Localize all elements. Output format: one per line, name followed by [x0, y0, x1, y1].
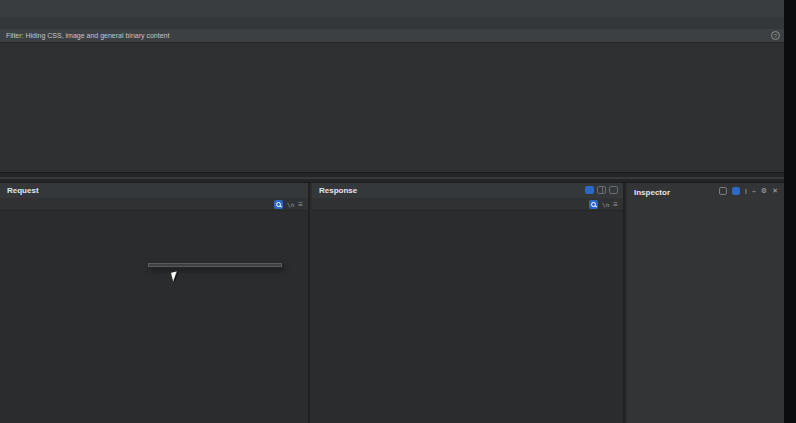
response-panel-header: Response — [312, 183, 623, 198]
request-panel: Request \n ≡ — [0, 183, 310, 423]
search-icon[interactable] — [274, 200, 283, 209]
response-view-tabs: \n ≡ — [312, 198, 623, 211]
response-panel-title: Response — [319, 186, 357, 195]
request-editor[interactable] — [0, 211, 308, 423]
http-history-table — [0, 43, 796, 172]
inspector-title: Inspector — [634, 188, 670, 197]
request-panel-header: Request — [0, 183, 308, 198]
text-cursor-icon[interactable]: I — [745, 188, 747, 195]
response-tab-icons: \n ≡ — [589, 200, 618, 209]
editor-menu-icon[interactable]: ≡ — [298, 200, 303, 209]
context-menu — [148, 263, 282, 267]
search-icon[interactable] — [589, 200, 598, 209]
divide-icon[interactable]: ÷ — [752, 188, 756, 195]
inspector-header-icons: I ÷ ⚙ ✕ — [719, 187, 778, 195]
layout-split-icon[interactable] — [597, 186, 606, 194]
layout-columns-icon[interactable] — [585, 186, 594, 194]
screen-edge — [784, 0, 796, 423]
inspector-dock-active-icon[interactable] — [732, 187, 740, 195]
show-nonprintable-icon[interactable]: \n — [602, 201, 609, 208]
show-nonprintable-icon[interactable]: \n — [287, 201, 294, 208]
gear-icon[interactable]: ⚙ — [761, 187, 767, 195]
response-panel: Response \n ≡ — [312, 183, 625, 423]
inspector-dock-icon[interactable] — [719, 187, 727, 195]
inspector-header: Inspector I ÷ ⚙ ✕ — [627, 183, 784, 201]
request-view-tabs: \n ≡ — [0, 198, 308, 211]
layout-toggle-icons — [585, 186, 618, 194]
inspector-panel: Inspector I ÷ ⚙ ✕ — [627, 183, 784, 423]
filter-bar[interactable]: Filter: Hiding CSS, image and general bi… — [0, 29, 796, 43]
request-panel-title: Request — [7, 186, 39, 195]
proxy-sub-tab-bar — [0, 17, 796, 29]
close-icon[interactable]: ✕ — [772, 187, 778, 195]
response-editor[interactable] — [312, 211, 623, 423]
layout-single-icon[interactable] — [609, 186, 618, 194]
horizontal-splitter[interactable] — [0, 172, 796, 183]
main-tab-bar — [0, 6, 796, 17]
help-icon[interactable]: ? — [771, 31, 780, 40]
editor-menu-icon[interactable]: ≡ — [613, 200, 618, 209]
request-tab-icons: \n ≡ — [274, 200, 303, 209]
filter-text: Filter: Hiding CSS, image and general bi… — [6, 32, 169, 39]
